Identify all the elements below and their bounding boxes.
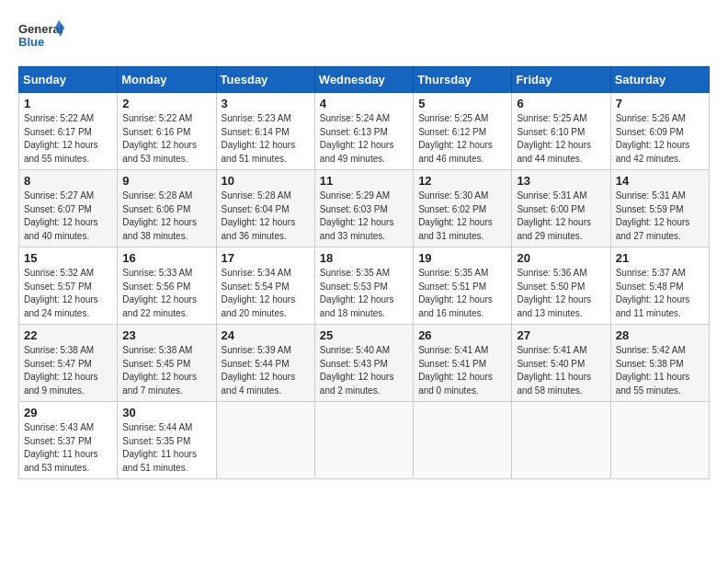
day-cell-13: 13Sunrise: 5:31 AMSunset: 6:00 PMDayligh… (512, 170, 610, 247)
header-monday: Monday (118, 67, 216, 93)
day-info: Sunrise: 5:38 AMSunset: 5:47 PMDaylight:… (24, 344, 112, 397)
day-info: Sunrise: 5:44 AMSunset: 5:35 PMDaylight:… (122, 421, 210, 475)
day-cell-18: 18Sunrise: 5:35 AMSunset: 5:53 PMDayligh… (314, 247, 413, 325)
week-row-5: 29Sunrise: 5:43 AMSunset: 5:37 PMDayligh… (19, 402, 710, 479)
day-info: Sunrise: 5:28 AMSunset: 6:06 PMDaylight:… (122, 190, 210, 243)
day-info: Sunrise: 5:25 AMSunset: 6:10 PMDaylight:… (517, 112, 605, 166)
day-cell-3: 3Sunrise: 5:23 AMSunset: 6:14 PMDaylight… (216, 93, 314, 170)
day-info: Sunrise: 5:33 AMSunset: 5:56 PMDaylight:… (122, 267, 210, 320)
day-cell-5: 5Sunrise: 5:25 AMSunset: 6:12 PMDaylight… (414, 93, 512, 170)
day-cell-12: 12Sunrise: 5:30 AMSunset: 6:02 PMDayligh… (414, 170, 512, 247)
day-number: 8 (24, 174, 112, 188)
day-number: 15 (24, 251, 112, 265)
day-info: Sunrise: 5:31 AMSunset: 6:00 PMDaylight:… (517, 190, 605, 243)
day-cell-25: 25Sunrise: 5:40 AMSunset: 5:43 PMDayligh… (314, 325, 413, 402)
day-info: Sunrise: 5:23 AMSunset: 6:14 PMDaylight:… (222, 112, 310, 166)
day-number: 10 (222, 174, 310, 188)
day-number: 21 (616, 251, 704, 265)
day-number: 18 (320, 251, 408, 265)
header-tuesday: Tuesday (216, 67, 314, 93)
day-cell-28: 28Sunrise: 5:42 AMSunset: 5:38 PMDayligh… (610, 325, 709, 402)
day-number: 27 (517, 328, 605, 342)
day-info: Sunrise: 5:22 AMSunset: 6:16 PMDaylight:… (122, 112, 210, 166)
empty-cell (512, 402, 610, 479)
day-info: Sunrise: 5:42 AMSunset: 5:38 PMDaylight:… (616, 344, 704, 397)
header-sunday: Sunday (19, 67, 118, 93)
day-info: Sunrise: 5:36 AMSunset: 5:50 PMDaylight:… (517, 267, 605, 320)
day-number: 12 (418, 174, 506, 188)
day-number: 22 (24, 328, 112, 342)
day-info: Sunrise: 5:43 AMSunset: 5:37 PMDaylight:… (24, 421, 112, 475)
day-number: 7 (616, 97, 704, 110)
day-cell-24: 24Sunrise: 5:39 AMSunset: 5:44 PMDayligh… (216, 325, 314, 402)
day-number: 26 (418, 328, 506, 342)
empty-cell (414, 402, 512, 479)
day-cell-6: 6Sunrise: 5:25 AMSunset: 6:10 PMDaylight… (512, 93, 610, 170)
day-number: 9 (122, 174, 210, 188)
day-number: 13 (517, 174, 605, 188)
day-number: 19 (418, 251, 506, 265)
empty-cell (216, 402, 314, 479)
day-cell-30: 30Sunrise: 5:44 AMSunset: 5:35 PMDayligh… (118, 402, 216, 479)
day-number: 30 (122, 406, 210, 419)
header-friday: Friday (512, 67, 610, 93)
page-header: General Blue (18, 18, 710, 57)
day-info: Sunrise: 5:34 AMSunset: 5:54 PMDaylight:… (222, 267, 310, 320)
day-number: 11 (320, 174, 408, 188)
day-cell-22: 22Sunrise: 5:38 AMSunset: 5:47 PMDayligh… (19, 325, 118, 402)
day-info: Sunrise: 5:28 AMSunset: 6:04 PMDaylight:… (222, 190, 310, 243)
day-cell-14: 14Sunrise: 5:31 AMSunset: 5:59 PMDayligh… (610, 170, 709, 247)
day-info: Sunrise: 5:24 AMSunset: 6:13 PMDaylight:… (320, 112, 408, 166)
day-number: 2 (122, 97, 210, 110)
day-info: Sunrise: 5:35 AMSunset: 5:53 PMDaylight:… (320, 267, 408, 320)
day-info: Sunrise: 5:31 AMSunset: 5:59 PMDaylight:… (616, 190, 704, 243)
day-cell-23: 23Sunrise: 5:38 AMSunset: 5:45 PMDayligh… (118, 325, 216, 402)
day-cell-2: 2Sunrise: 5:22 AMSunset: 6:16 PMDaylight… (118, 93, 216, 170)
day-info: Sunrise: 5:39 AMSunset: 5:44 PMDaylight:… (222, 344, 310, 397)
day-info: Sunrise: 5:25 AMSunset: 6:12 PMDaylight:… (418, 112, 506, 166)
day-info: Sunrise: 5:41 AMSunset: 5:40 PMDaylight:… (517, 344, 605, 397)
day-number: 6 (517, 97, 605, 110)
day-cell-8: 8Sunrise: 5:27 AMSunset: 6:07 PMDaylight… (19, 170, 118, 247)
day-number: 14 (616, 174, 704, 188)
day-cell-7: 7Sunrise: 5:26 AMSunset: 6:09 PMDaylight… (610, 93, 709, 170)
day-number: 5 (418, 97, 506, 110)
day-number: 25 (320, 328, 408, 342)
day-info: Sunrise: 5:29 AMSunset: 6:03 PMDaylight:… (320, 190, 408, 243)
empty-cell (314, 402, 413, 479)
day-info: Sunrise: 5:40 AMSunset: 5:43 PMDaylight:… (320, 344, 408, 397)
day-cell-4: 4Sunrise: 5:24 AMSunset: 6:13 PMDaylight… (314, 93, 413, 170)
day-cell-19: 19Sunrise: 5:35 AMSunset: 5:51 PMDayligh… (414, 247, 512, 325)
day-cell-26: 26Sunrise: 5:41 AMSunset: 5:41 PMDayligh… (414, 325, 512, 402)
weekday-header-row: SundayMondayTuesdayWednesdayThursdayFrid… (19, 67, 710, 93)
day-info: Sunrise: 5:38 AMSunset: 5:45 PMDaylight:… (122, 344, 210, 397)
day-cell-20: 20Sunrise: 5:36 AMSunset: 5:50 PMDayligh… (512, 247, 610, 325)
day-cell-15: 15Sunrise: 5:32 AMSunset: 5:57 PMDayligh… (19, 247, 118, 325)
day-number: 24 (222, 328, 310, 342)
day-info: Sunrise: 5:32 AMSunset: 5:57 PMDaylight:… (24, 267, 112, 320)
day-cell-1: 1Sunrise: 5:22 AMSunset: 6:17 PMDaylight… (19, 93, 118, 170)
day-info: Sunrise: 5:26 AMSunset: 6:09 PMDaylight:… (616, 112, 704, 166)
day-cell-21: 21Sunrise: 5:37 AMSunset: 5:48 PMDayligh… (610, 247, 709, 325)
week-row-1: 1Sunrise: 5:22 AMSunset: 6:17 PMDaylight… (19, 93, 710, 170)
week-row-4: 22Sunrise: 5:38 AMSunset: 5:47 PMDayligh… (19, 325, 710, 402)
svg-text:Blue: Blue (18, 35, 44, 49)
day-cell-11: 11Sunrise: 5:29 AMSunset: 6:03 PMDayligh… (314, 170, 413, 247)
day-info: Sunrise: 5:27 AMSunset: 6:07 PMDaylight:… (24, 190, 112, 243)
day-cell-29: 29Sunrise: 5:43 AMSunset: 5:37 PMDayligh… (19, 402, 118, 479)
logo: General Blue (18, 18, 64, 57)
day-cell-10: 10Sunrise: 5:28 AMSunset: 6:04 PMDayligh… (216, 170, 314, 247)
header-thursday: Thursday (414, 67, 512, 93)
day-info: Sunrise: 5:22 AMSunset: 6:17 PMDaylight:… (24, 112, 112, 166)
day-number: 1 (24, 97, 112, 110)
day-info: Sunrise: 5:41 AMSunset: 5:41 PMDaylight:… (418, 344, 506, 397)
logo-svg: General Blue (18, 18, 64, 57)
header-saturday: Saturday (610, 67, 709, 93)
day-info: Sunrise: 5:37 AMSunset: 5:48 PMDaylight:… (616, 267, 704, 320)
day-number: 20 (517, 251, 605, 265)
day-number: 17 (222, 251, 310, 265)
day-number: 28 (616, 328, 704, 342)
calendar-table: SundayMondayTuesdayWednesdayThursdayFrid… (18, 66, 710, 479)
day-number: 4 (320, 97, 408, 110)
day-info: Sunrise: 5:35 AMSunset: 5:51 PMDaylight:… (418, 267, 506, 320)
